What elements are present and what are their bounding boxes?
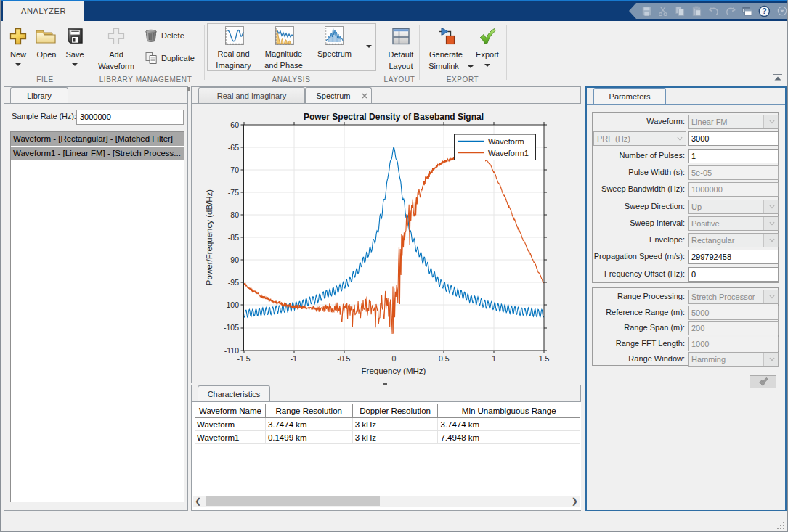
svg-text:-110: -110 [224,346,239,355]
svg-text:Power Spectral Density of Base: Power Spectral Density of Baseband Signa… [304,112,484,122]
svg-text:Waveform1: Waveform1 [488,149,529,157]
svg-text:1.5: 1.5 [539,354,550,363]
svg-text:-65: -65 [228,143,239,152]
svg-text:-85: -85 [228,233,239,242]
svg-text:-105: -105 [224,323,239,332]
svg-text:-90: -90 [228,255,239,264]
svg-text:-1: -1 [291,354,297,363]
svg-text:Waveform: Waveform [488,137,524,146]
svg-text:-60: -60 [228,120,239,129]
svg-text:-0.5: -0.5 [337,354,350,363]
svg-text:Power/Frequency (dB/Hz): Power/Frequency (dB/Hz) [205,189,214,285]
svg-text:?: ? [762,7,766,15]
svg-text:0.5: 0.5 [439,354,450,363]
svg-text:0: 0 [391,354,396,363]
svg-text:-80: -80 [228,210,239,219]
svg-text:-70: -70 [228,165,239,174]
svg-text:-1.5: -1.5 [237,354,250,363]
svg-text:-75: -75 [228,188,239,197]
svg-text:-95: -95 [228,278,239,287]
svg-text:Frequency (MHz): Frequency (MHz) [362,367,426,375]
svg-text:1: 1 [492,354,496,363]
svg-text:-100: -100 [224,300,239,309]
